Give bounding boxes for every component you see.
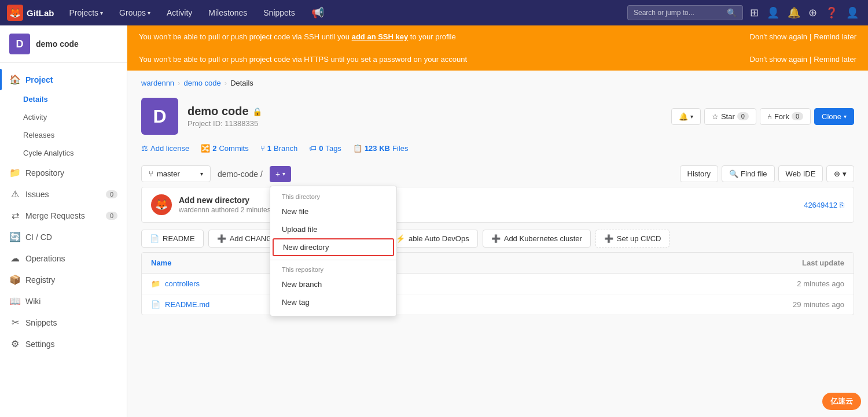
plus-dropdown-button[interactable]: + ▾ [270,166,291,182]
main-layout: D demo code 🏠 Project Details Activity R… [0,0,868,417]
chevron-down-icon: ▾ [148,10,150,16]
user-avatar[interactable]: 👤 [844,4,861,21]
watermark: 亿速云 [822,393,861,410]
plus-dropdown-menu: This directory New file Upload file New … [270,186,397,316]
kubernetes-button[interactable]: ➕ Add Kubernetes cluster [483,230,591,248]
project-avatar-large: D [141,98,178,135]
alert-https-remind[interactable]: Remind later [814,55,856,64]
operations-icon: ☁ [9,253,21,264]
files-link[interactable]: 📋 123 KB Files [353,144,409,153]
chevron-down-icon: ▾ [200,171,203,177]
col-last-update: Last update [752,259,844,267]
project-icon: 🏠 [9,74,21,85]
sidebar-project-name: demo code [36,39,79,49]
file-date-readme: 29 minutes ago [752,300,844,309]
commits-link[interactable]: 🔀 2 Commits [201,144,249,153]
tags-icon: 🏷 [309,144,317,153]
file-toolbar: ⑂ master ▾ demo-code / + ▾ This director… [127,161,868,187]
dropdown-new-branch[interactable]: New branch [270,275,396,293]
alert-https-dismiss[interactable]: Don't show again [750,55,807,64]
issues-icon: ⚠ [9,189,21,200]
commits-icon: 🔀 [201,144,210,153]
more-options-button[interactable]: ⊕ ▾ [826,165,854,182]
brand-logo[interactable]: 🦊 GitLab [7,5,54,21]
dropdown-new-tag[interactable]: New tag [270,293,396,311]
web-ide-button[interactable]: Web IDE [778,165,823,182]
branch-selector[interactable]: ⑂ master ▾ [141,165,211,182]
nav-broadcast[interactable]: 📢 [306,6,330,19]
readme-button[interactable]: 📄 README [141,230,204,248]
sidebar-item-registry[interactable]: 📦 Registry [0,269,127,290]
dropdown-separator [270,260,396,260]
commit-hash: 42649412 ⎘ [804,201,844,209]
sidebar-item-wiki[interactable]: 📖 Wiki [0,290,127,312]
profile-icon[interactable]: 👤 [764,4,782,21]
notifications-button[interactable]: 🔔 ▾ [671,108,701,125]
repository-icon: 📁 [9,167,21,178]
sidebar-item-settings[interactable]: ⚙ Settings [0,333,127,355]
auto-devops-button[interactable]: ⚡ able Auto DevOps [387,230,478,248]
merge-requests-badge: 0 [106,212,117,220]
issues-icon[interactable]: 🔔 [785,4,803,21]
quick-actions: 📄 README ➕ Add CHANGELOG ➕ New directory… [127,227,868,252]
alert-https-message: You won't be able to pull or push projec… [139,55,467,64]
history-button[interactable]: History [680,165,718,182]
folder-icon: 📁 [151,279,160,288]
sidebar-sub-activity[interactable]: Activity [0,108,127,126]
dropdown-upload-file[interactable]: Upload file [270,220,396,238]
copy-icon[interactable]: ⎘ [840,201,844,209]
nav-activity[interactable]: Activity [161,8,198,17]
sidebar-item-issues[interactable]: ⚠ Issues 0 [0,183,127,205]
nav-snippets[interactable]: Snippets [258,8,300,17]
kubernetes-icon: ➕ [491,234,501,243]
navbar-icons: ⊞ 👤 🔔 ⊕ ❓ 👤 [748,4,861,21]
sidebar-sub-cycle-analytics[interactable]: Cycle Analytics [0,144,127,162]
gitlab-fox-icon: 🦊 [7,5,23,21]
readme-icon: 📄 [150,234,159,243]
sidebar-item-snippets[interactable]: ✂ Snippets [0,312,127,333]
nav-projects[interactable]: Projects ▾ [64,8,109,17]
alert-ssh-message: You won't be able to pull or push projec… [139,32,456,41]
sidebar-item-repository[interactable]: 📁 Repository [0,162,127,183]
nav-groups[interactable]: Groups ▾ [113,8,156,17]
add-license-link[interactable]: ⚖ Add license [141,144,189,153]
branch-link[interactable]: ⑂ 1 Branch [260,144,297,153]
table-row[interactable]: 📁 controllers Add new directory 2 minute… [142,274,854,294]
new-item-button[interactable]: ⊞ [748,4,761,21]
sidebar-item-operations[interactable]: ☁ Operations [0,248,127,269]
settings-icon: ⚙ [9,338,21,349]
tags-link[interactable]: 🏷 0 Tags [309,144,341,153]
clone-button[interactable]: Clone ▾ [814,108,854,125]
sidebar-sub-details[interactable]: Details [0,90,127,108]
star-button[interactable]: ☆ Star 0 [704,108,756,125]
alert-ssh-dismiss[interactable]: Don't show again [750,32,807,41]
sidebar-sub-releases[interactable]: Releases [0,126,127,144]
sidebar-item-project[interactable]: 🏠 Project [0,69,127,90]
global-search[interactable]: Search or jump to... 🔍 [627,5,743,20]
help-icon[interactable]: ❓ [823,4,840,21]
breadcrumb-username[interactable]: wardennn [141,79,174,87]
commit-avatar: 🦊 [151,194,172,215]
project-id: Project ID: 11388335 [187,119,662,128]
dropdown-new-directory[interactable]: New directory [273,238,394,256]
find-file-button[interactable]: 🔍 Find file [722,165,775,182]
dropdown-new-file[interactable]: New file [270,202,396,220]
project-actions: 🔔 ▾ ☆ Star 0 ⑃ Fork 0 Clone ▾ [671,108,854,125]
merge-request-icon[interactable]: ⊕ [806,4,819,21]
setup-ci-button[interactable]: ➕ Set up CI/CD [595,230,670,248]
issues-badge: 0 [106,190,117,198]
sidebar-project-header[interactable]: D demo code [0,25,127,63]
sidebar-item-merge-requests[interactable]: ⇄ Merge Requests 0 [0,205,127,226]
breadcrumb-sep2: › [225,79,227,87]
sidebar-item-ci-cd[interactable]: 🔄 CI / CD [0,226,127,248]
breadcrumb-sep1: › [178,79,180,87]
fork-button[interactable]: ⑃ Fork 0 [760,108,811,125]
ci-cd-icon: 🔄 [9,231,21,242]
nav-milestones[interactable]: Milestones [203,8,253,17]
dropdown-this-directory: This directory [270,191,396,202]
alert-ssh-link[interactable]: add an SSH key [352,32,409,41]
search-icon: 🔍 [729,169,738,178]
table-row[interactable]: 📄 README.md Initial commit 29 minutes ag… [142,294,854,315]
breadcrumb-project[interactable]: demo code [183,79,220,87]
alert-ssh-remind[interactable]: Remind later [814,32,856,41]
